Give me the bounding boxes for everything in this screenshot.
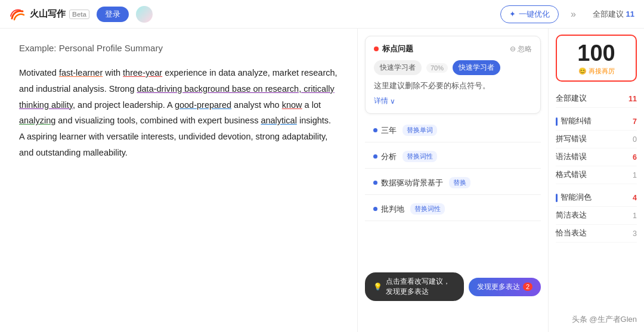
label-concise: 简洁表达 [556,210,587,221]
chevron-down-icon: ∨ [390,97,395,106]
suggestion-item-3[interactable]: 数据驱动背景基于 替换 [365,171,541,195]
cta-tooltip: 💡 点击查看改写建议，发现更多表达 [365,272,464,301]
highlight-analytical[interactable]: analytical [261,116,296,125]
detail-button[interactable]: 详情 ∨ [374,96,532,106]
highlight-know[interactable]: know [282,100,302,110]
optimize-label: 一键优化 [519,9,550,20]
label-all: 全部建议 [556,94,587,104]
replace-tag-3[interactable]: 替换 [449,177,470,188]
logo-area: 火山写作 Beta [10,8,89,21]
label-polish: 智能润色 [556,193,592,203]
login-button[interactable]: 登录 [97,7,129,22]
section-polish: 智能润色 4 简洁表达 1 恰当表达 3 [556,189,637,243]
expand-button[interactable]: » [566,9,581,20]
option-score: 70% [426,63,448,73]
score-row-proper[interactable]: 恰当表达 3 [556,225,637,243]
highlight-fast-learner[interactable]: fast-learner [59,68,103,77]
label-grammar: 语法错误 [556,152,587,162]
replace-tag-4[interactable]: 替换词性 [410,203,445,215]
count-proper: 3 [633,229,637,238]
section-bar-polish-icon [556,194,558,202]
replace-tag-1[interactable]: 替换单词 [402,125,437,136]
score-row-format[interactable]: 格式错误 1 [556,166,637,184]
label-spelling: 拼写错误 [556,134,587,144]
item-text-1: 三年 [381,125,397,136]
suggestion-card: 标点问题 ⊖ 忽略 快速学习者 70% 快速学习者 这里建议删除不必要的标点符号… [365,36,541,114]
score-row-grammar[interactable]: 语法错误 6 [556,148,637,166]
beta-badge: Beta [69,10,89,19]
suggestions-count: 11 [626,10,634,18]
main-layout: Example: Personal Profile Summary Motiva… [0,29,644,332]
cta-button[interactable]: 发现更多表达 2 [469,278,541,296]
score-number: 100 [562,42,631,64]
bulb-icon: 💡 [373,283,382,291]
count-correction: 7 [633,117,637,126]
suggestions-label: 全部建议 11 [593,9,634,20]
suggestion-panel: 标点问题 ⊖ 忽略 快速学习者 70% 快速学习者 这里建议删除不必要的标点符号… [358,29,549,332]
count-spelling: 0 [633,135,637,144]
dot-red [374,46,379,51]
avatar [136,6,153,23]
section-bar-icon [556,117,558,126]
count-concise: 1 [633,212,637,220]
count-format: 1 [633,171,637,179]
optimize-button[interactable]: ✦ 一键优化 [500,5,559,23]
score-sub: 😊 再接再厉 [562,67,631,76]
suggestion-item-4[interactable]: 批判地 替换词性 [365,197,541,221]
card-title: 标点问题 [374,44,413,54]
suggestion-desc: 这里建议删除不必要的标点符号。 [374,81,532,91]
cta-bar: 💡 点击查看改写建议，发现更多表达 发现更多表达 2 [365,272,541,301]
cta-count: 2 [523,283,532,291]
highlight-good-prepared[interactable]: good-prepared [175,100,231,110]
ignore-button[interactable]: ⊖ 忽略 [510,44,532,54]
label-proper: 恰当表达 [556,228,587,238]
logo-text: 火山写作 [30,8,66,20]
suggestion-item-2[interactable]: 分析 替换词性 [365,145,541,169]
count-polish: 4 [633,194,637,202]
label-format: 格式错误 [556,170,587,180]
star-icon: ✦ [509,10,516,18]
item-text-2: 分析 [381,151,397,162]
dot-blue-3 [373,181,377,185]
label-correction: 智能纠错 [556,116,592,126]
original-option[interactable]: 快速学习者 [374,60,422,75]
circle-minus-icon: ⊖ [510,45,516,53]
dot-blue-2 [373,154,377,159]
section-correction: 智能纠错 7 拼写错误 0 语法错误 6 格式错误 1 [556,113,637,184]
doc-title: Example: Personal Profile Summary [19,43,338,53]
count-all: 11 [628,95,637,103]
suggestion-item-1[interactable]: 三年 替换单词 [365,119,541,142]
score-row-spelling[interactable]: 拼写错误 0 [556,131,637,148]
smile-icon: 😊 [578,67,587,75]
card-header: 标点问题 ⊖ 忽略 [374,44,532,54]
replace-tag-2[interactable]: 替换词性 [402,151,437,162]
editor-panel: Example: Personal Profile Summary Motiva… [0,29,358,332]
logo-icon [10,8,26,21]
item-text-3: 数据驱动背景基于 [381,178,443,188]
topbar: 火山写作 Beta 登录 ✦ 一键优化 » 全部建议 11 [0,0,644,29]
dot-blue-4 [373,207,377,211]
doc-content[interactable]: Motivated fast-learner with three-year e… [19,65,338,161]
count-grammar: 6 [633,153,637,162]
suggested-option[interactable]: 快速学习者 [453,60,500,75]
item-text-4: 批判地 [381,204,404,215]
score-row-concise[interactable]: 简洁表达 1 [556,207,637,225]
highlight-three-year[interactable]: three-year [123,68,162,77]
score-row-polish[interactable]: 智能润色 4 [556,189,637,207]
score-row-correction[interactable]: 智能纠错 7 [556,113,637,131]
score-box: 100 😊 再接再厉 [556,35,637,82]
score-row-all[interactable]: 全部建议 11 [556,90,637,108]
score-panel: 100 😊 再接再厉 全部建议 11 智能纠错 7 拼写错误 0 [549,29,644,332]
highlight-analyzing[interactable]: analyzing [19,116,55,125]
suggestion-options: 快速学习者 70% 快速学习者 [374,60,532,75]
dot-blue [373,128,377,132]
